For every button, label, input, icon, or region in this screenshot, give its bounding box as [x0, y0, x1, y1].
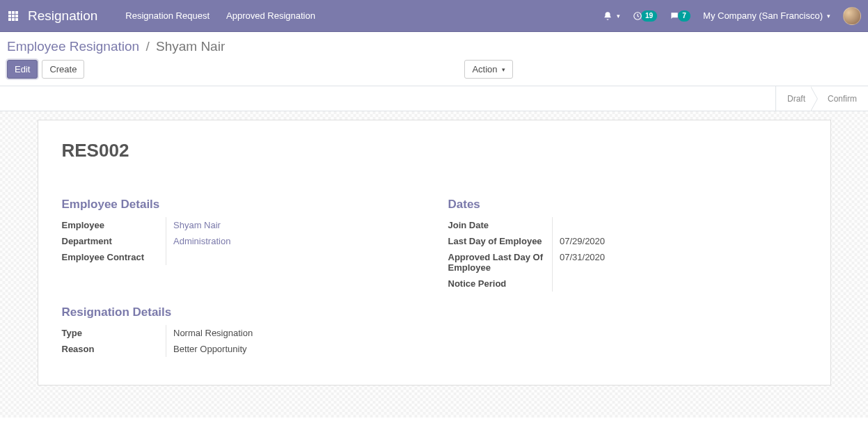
status-draft[interactable]: Draft [776, 86, 816, 111]
section-resignation-details: Resignation Details [62, 305, 807, 319]
activity-badge: 19 [641, 10, 657, 22]
control-bar: Employee Resignation / Shyam Nair Edit C… [0, 32, 868, 86]
breadcrumb-root[interactable]: Employee Resignation [7, 39, 139, 54]
value-type: Normal Resignation [166, 325, 420, 341]
nav-approved-resignation[interactable]: Approved Resignation [226, 10, 315, 21]
top-nav: Resignation Request Approved Resignation [125, 10, 315, 21]
buttons-row: Edit Create Action ▾ [7, 60, 861, 86]
section-dates: Dates [448, 198, 807, 212]
status-confirm-label: Confirm [828, 94, 857, 104]
value-last-day: 07/29/2020 [553, 233, 807, 249]
svg-rect-4 [12, 15, 15, 17]
svg-rect-5 [15, 15, 18, 17]
topbar-right: ▾ 19 7 My Company (San Francisco) ▾ [603, 7, 868, 25]
label-employee: Employee [62, 217, 166, 233]
value-join-date [553, 217, 807, 233]
value-reason: Better Opportunity [166, 341, 420, 357]
svg-rect-6 [8, 18, 11, 21]
breadcrumb: Employee Resignation / Shyam Nair [7, 39, 861, 54]
sheet-background: RES002 Employee Details Employee Shyam N… [0, 111, 868, 418]
label-type: Type [62, 325, 166, 341]
discuss-badge: 7 [678, 10, 691, 22]
avatar[interactable] [843, 7, 861, 25]
statusbar-row: Draft Confirm [0, 86, 868, 111]
label-reason: Reason [62, 341, 166, 357]
top-navbar: Resignation Resignation Request Approved… [0, 0, 868, 32]
status-confirm[interactable]: Confirm [816, 86, 868, 111]
value-contract [166, 249, 420, 265]
form-sheet: RES002 Employee Details Employee Shyam N… [38, 120, 831, 386]
breadcrumb-current: Shyam Nair [156, 39, 225, 54]
nav-resignation-request[interactable]: Resignation Request [125, 10, 210, 21]
label-last-day: Last Day of Employee [448, 233, 553, 249]
breadcrumb-separator: / [145, 39, 149, 54]
svg-rect-8 [15, 18, 18, 21]
value-approved-last-day: 07/31/2020 [553, 249, 807, 276]
svg-rect-1 [12, 11, 15, 14]
action-menu-button[interactable]: Action ▾ [464, 60, 512, 79]
label-contract: Employee Contract [62, 249, 166, 265]
edit-button[interactable]: Edit [7, 60, 38, 79]
caret-down-icon: ▾ [827, 13, 830, 19]
label-join-date: Join Date [448, 217, 553, 233]
section-employee-details: Employee Details [62, 198, 420, 212]
svg-rect-7 [12, 18, 15, 21]
activity-indicator[interactable]: 19 [633, 10, 657, 22]
clock-icon [633, 11, 642, 21]
company-switcher[interactable]: My Company (San Francisco) ▾ [703, 10, 830, 21]
svg-rect-0 [8, 11, 11, 14]
label-department: Department [62, 233, 166, 249]
app-brand[interactable]: Resignation [28, 8, 97, 24]
status-draft-label: Draft [787, 94, 805, 104]
notification-bell[interactable]: ▾ [603, 11, 620, 21]
action-label: Action [472, 64, 497, 74]
value-notice-period [553, 276, 807, 292]
svg-rect-3 [8, 15, 11, 17]
caret-down-icon: ▾ [617, 13, 620, 19]
value-department[interactable]: Administration [173, 236, 230, 246]
apps-icon[interactable] [0, 11, 22, 21]
value-employee[interactable]: Shyam Nair [173, 220, 221, 230]
label-notice-period: Notice Period [448, 276, 553, 292]
company-name: My Company (San Francisco) [703, 10, 823, 21]
create-button[interactable]: Create [42, 60, 84, 79]
caret-down-icon: ▾ [502, 66, 505, 73]
statusbar: Draft Confirm [775, 86, 868, 111]
label-approved-last-day: Approved Last Day Of Employee [448, 249, 553, 276]
record-name: RES002 [62, 140, 807, 161]
discuss-indicator[interactable]: 7 [670, 10, 691, 22]
chat-icon [670, 11, 679, 21]
svg-rect-2 [15, 11, 18, 14]
